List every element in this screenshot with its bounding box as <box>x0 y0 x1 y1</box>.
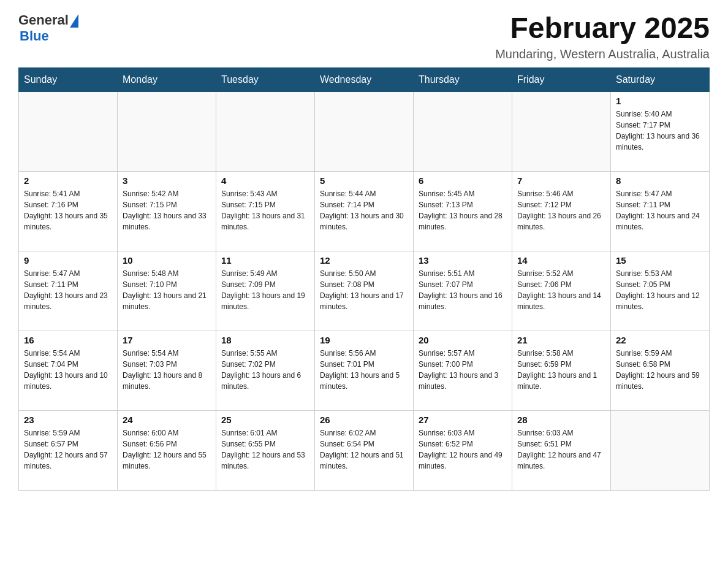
calendar-cell: 12Sunrise: 5:50 AM Sunset: 7:08 PM Dayli… <box>315 251 414 331</box>
day-number: 5 <box>320 175 408 186</box>
location-title: Mundaring, Western Australia, Australia <box>495 47 710 61</box>
day-info: Sunrise: 5:57 AM Sunset: 7:00 PM Dayligh… <box>419 348 507 392</box>
day-info: Sunrise: 5:49 AM Sunset: 7:09 PM Dayligh… <box>221 268 309 312</box>
day-info: Sunrise: 5:52 AM Sunset: 7:06 PM Dayligh… <box>517 268 605 312</box>
calendar-cell: 20Sunrise: 5:57 AM Sunset: 7:00 PM Dayli… <box>414 331 512 410</box>
month-title: February 2025 <box>495 12 710 45</box>
calendar-cell: 6Sunrise: 5:45 AM Sunset: 7:13 PM Daylig… <box>414 171 512 251</box>
day-number: 13 <box>419 255 507 266</box>
day-number: 14 <box>517 255 605 266</box>
day-info: Sunrise: 5:59 AM Sunset: 6:57 PM Dayligh… <box>24 427 112 472</box>
day-info: Sunrise: 5:44 AM Sunset: 7:14 PM Dayligh… <box>320 188 408 232</box>
weekday-header-thursday: Thursday <box>414 67 512 91</box>
calendar-cell: 21Sunrise: 5:58 AM Sunset: 6:59 PM Dayli… <box>512 331 611 410</box>
day-info: Sunrise: 5:46 AM Sunset: 7:12 PM Dayligh… <box>517 188 605 232</box>
day-number: 7 <box>517 175 605 186</box>
day-info: Sunrise: 5:47 AM Sunset: 7:11 PM Dayligh… <box>616 188 704 232</box>
day-info: Sunrise: 6:01 AM Sunset: 6:55 PM Dayligh… <box>221 427 309 472</box>
day-number: 24 <box>123 415 211 425</box>
day-number: 28 <box>517 415 605 425</box>
calendar-cell: 10Sunrise: 5:48 AM Sunset: 7:10 PM Dayli… <box>118 251 216 331</box>
day-info: Sunrise: 5:53 AM Sunset: 7:05 PM Dayligh… <box>616 268 704 312</box>
logo-blue: Blue <box>20 28 49 44</box>
calendar-week-row: 1Sunrise: 5:40 AM Sunset: 7:17 PM Daylig… <box>19 91 710 171</box>
calendar-cell <box>216 91 315 171</box>
calendar-cell <box>611 410 710 490</box>
logo-general: General <box>18 12 69 28</box>
weekday-header-wednesday: Wednesday <box>315 67 414 91</box>
weekday-header-tuesday: Tuesday <box>216 67 315 91</box>
weekday-header-friday: Friday <box>512 67 611 91</box>
day-number: 3 <box>123 175 211 186</box>
day-number: 26 <box>320 415 408 425</box>
day-info: Sunrise: 5:50 AM Sunset: 7:08 PM Dayligh… <box>320 268 408 312</box>
calendar-cell: 17Sunrise: 5:54 AM Sunset: 7:03 PM Dayli… <box>118 331 216 410</box>
calendar-cell: 5Sunrise: 5:44 AM Sunset: 7:14 PM Daylig… <box>315 171 414 251</box>
calendar-week-row: 16Sunrise: 5:54 AM Sunset: 7:04 PM Dayli… <box>19 331 710 410</box>
calendar-cell: 18Sunrise: 5:55 AM Sunset: 7:02 PM Dayli… <box>216 331 315 410</box>
day-info: Sunrise: 5:43 AM Sunset: 7:15 PM Dayligh… <box>221 188 309 232</box>
calendar-cell: 8Sunrise: 5:47 AM Sunset: 7:11 PM Daylig… <box>611 171 710 251</box>
day-number: 1 <box>616 96 704 106</box>
calendar-cell: 16Sunrise: 5:54 AM Sunset: 7:04 PM Dayli… <box>19 331 118 410</box>
day-number: 18 <box>221 335 309 345</box>
day-number: 20 <box>419 335 507 345</box>
calendar-week-row: 23Sunrise: 5:59 AM Sunset: 6:57 PM Dayli… <box>19 410 710 490</box>
day-info: Sunrise: 6:02 AM Sunset: 6:54 PM Dayligh… <box>320 427 408 472</box>
day-info: Sunrise: 6:00 AM Sunset: 6:56 PM Dayligh… <box>123 427 211 472</box>
day-number: 17 <box>123 335 211 345</box>
day-number: 27 <box>419 415 507 425</box>
day-number: 8 <box>616 175 704 186</box>
day-number: 22 <box>616 335 704 345</box>
day-info: Sunrise: 5:41 AM Sunset: 7:16 PM Dayligh… <box>24 188 112 232</box>
day-number: 2 <box>24 175 112 186</box>
calendar-cell: 24Sunrise: 6:00 AM Sunset: 6:56 PM Dayli… <box>118 410 216 490</box>
weekday-header-monday: Monday <box>118 67 216 91</box>
day-number: 23 <box>24 415 112 425</box>
calendar-cell <box>118 91 216 171</box>
day-info: Sunrise: 5:54 AM Sunset: 7:03 PM Dayligh… <box>123 348 211 392</box>
day-info: Sunrise: 5:40 AM Sunset: 7:17 PM Dayligh… <box>616 109 704 153</box>
day-info: Sunrise: 5:47 AM Sunset: 7:11 PM Dayligh… <box>24 268 112 312</box>
calendar-cell: 25Sunrise: 6:01 AM Sunset: 6:55 PM Dayli… <box>216 410 315 490</box>
day-info: Sunrise: 5:59 AM Sunset: 6:58 PM Dayligh… <box>616 348 704 392</box>
calendar-cell: 2Sunrise: 5:41 AM Sunset: 7:16 PM Daylig… <box>19 171 118 251</box>
day-number: 25 <box>221 415 309 425</box>
calendar-cell: 27Sunrise: 6:03 AM Sunset: 6:52 PM Dayli… <box>414 410 512 490</box>
day-number: 10 <box>123 255 211 266</box>
logo-triangle-icon <box>70 14 78 28</box>
day-info: Sunrise: 5:48 AM Sunset: 7:10 PM Dayligh… <box>123 268 211 312</box>
day-number: 4 <box>221 175 309 186</box>
calendar-cell: 3Sunrise: 5:42 AM Sunset: 7:15 PM Daylig… <box>118 171 216 251</box>
day-info: Sunrise: 6:03 AM Sunset: 6:52 PM Dayligh… <box>419 427 507 472</box>
calendar-cell: 14Sunrise: 5:52 AM Sunset: 7:06 PM Dayli… <box>512 251 611 331</box>
calendar-week-row: 9Sunrise: 5:47 AM Sunset: 7:11 PM Daylig… <box>19 251 710 331</box>
calendar-week-row: 2Sunrise: 5:41 AM Sunset: 7:16 PM Daylig… <box>19 171 710 251</box>
calendar-cell: 26Sunrise: 6:02 AM Sunset: 6:54 PM Dayli… <box>315 410 414 490</box>
day-info: Sunrise: 6:03 AM Sunset: 6:51 PM Dayligh… <box>517 427 605 472</box>
calendar-cell <box>414 91 512 171</box>
calendar-cell: 28Sunrise: 6:03 AM Sunset: 6:51 PM Dayli… <box>512 410 611 490</box>
day-info: Sunrise: 5:56 AM Sunset: 7:01 PM Dayligh… <box>320 348 408 392</box>
calendar-cell <box>512 91 611 171</box>
day-info: Sunrise: 5:42 AM Sunset: 7:15 PM Dayligh… <box>123 188 211 232</box>
day-number: 6 <box>419 175 507 186</box>
day-number: 12 <box>320 255 408 266</box>
calendar-cell: 23Sunrise: 5:59 AM Sunset: 6:57 PM Dayli… <box>19 410 118 490</box>
calendar-cell: 19Sunrise: 5:56 AM Sunset: 7:01 PM Dayli… <box>315 331 414 410</box>
day-info: Sunrise: 5:45 AM Sunset: 7:13 PM Dayligh… <box>419 188 507 232</box>
day-info: Sunrise: 5:51 AM Sunset: 7:07 PM Dayligh… <box>419 268 507 312</box>
calendar-cell: 4Sunrise: 5:43 AM Sunset: 7:15 PM Daylig… <box>216 171 315 251</box>
calendar-cell: 11Sunrise: 5:49 AM Sunset: 7:09 PM Dayli… <box>216 251 315 331</box>
calendar-cell: 9Sunrise: 5:47 AM Sunset: 7:11 PM Daylig… <box>19 251 118 331</box>
weekday-header-row: SundayMondayTuesdayWednesdayThursdayFrid… <box>19 67 710 91</box>
day-info: Sunrise: 5:55 AM Sunset: 7:02 PM Dayligh… <box>221 348 309 392</box>
calendar-table: SundayMondayTuesdayWednesdayThursdayFrid… <box>18 67 710 491</box>
calendar-cell: 22Sunrise: 5:59 AM Sunset: 6:58 PM Dayli… <box>611 331 710 410</box>
day-number: 19 <box>320 335 408 345</box>
day-number: 9 <box>24 255 112 266</box>
calendar-cell <box>315 91 414 171</box>
title-area: February 2025 Mundaring, Western Austral… <box>495 12 710 61</box>
calendar-cell: 13Sunrise: 5:51 AM Sunset: 7:07 PM Dayli… <box>414 251 512 331</box>
day-number: 16 <box>24 335 112 345</box>
